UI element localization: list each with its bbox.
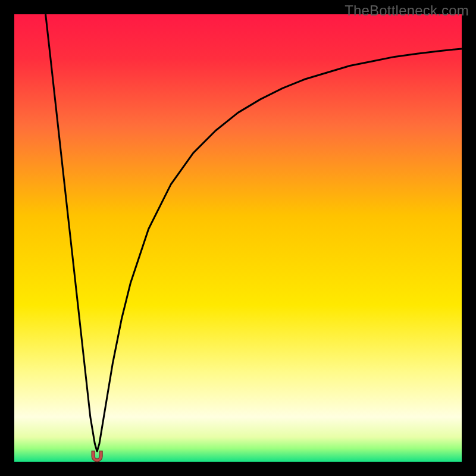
bottleneck-chart bbox=[0, 0, 476, 476]
watermark-text: TheBottleneck.com bbox=[345, 2, 469, 19]
gradient-background bbox=[14, 14, 462, 462]
chart-frame: TheBottleneck.com bbox=[0, 0, 476, 476]
